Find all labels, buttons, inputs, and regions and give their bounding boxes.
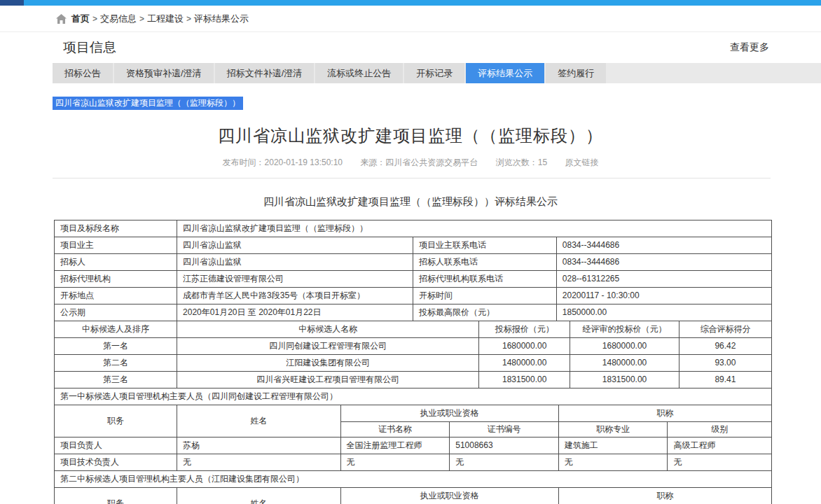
column-header: 证书编号 xyxy=(450,422,559,438)
cell: 投标最高限价（元） xyxy=(413,304,556,321)
cell: 028--61312265 xyxy=(556,271,771,288)
table-row: 项目及标段名称四川省凉山监狱改扩建项目监理（（监理标段）） xyxy=(55,220,772,237)
column-header: 中标候选人名称 xyxy=(177,321,479,338)
cell: 公示期 xyxy=(55,304,177,321)
cell: 苏杨 xyxy=(177,438,340,454)
cell: 招标人联系电话 xyxy=(413,254,556,271)
top-accent-bar xyxy=(0,0,821,6)
column-header: 职务 xyxy=(55,405,177,438)
breadcrumb-item-4: 评标结果公示 xyxy=(194,13,249,25)
tab-5[interactable]: 开标记录 xyxy=(404,63,464,83)
cell: 1850000.00 xyxy=(556,304,771,321)
cell: 四川省凉山监狱改扩建项目监理（（监理标段）） xyxy=(177,220,772,237)
cell: 51008663 xyxy=(450,438,559,454)
cell: 招标代理机构 xyxy=(55,271,177,288)
column-header: 职称专业 xyxy=(558,422,668,438)
cell: 第三名 xyxy=(55,372,177,388)
column-header: 职务 xyxy=(55,488,177,504)
view-count: 浏览次数：15 xyxy=(496,158,547,167)
cell: 项目负责人 xyxy=(55,438,177,454)
table-row: 第三名四川省兴旺建设工程项目管理有限公司1831500.001831500.00… xyxy=(55,372,772,388)
cell: 89.41 xyxy=(679,372,771,388)
breadcrumb: 首页>交易信息>工程建设>评标结果公示 xyxy=(0,6,821,31)
tab-2[interactable]: 资格预审补遗/澄清 xyxy=(114,63,214,83)
table-row: 招标代理机构江苏正德建设管理有限公司招标代理机构联系电话028--6131226… xyxy=(55,271,772,288)
table-row: 职务姓名执业或职业资格职称 xyxy=(55,405,772,422)
cell: 无 xyxy=(668,454,772,471)
view-more-link[interactable]: 查看更多 xyxy=(730,41,769,54)
tab-4[interactable]: 流标或终止公告 xyxy=(315,63,403,83)
column-header: 职称 xyxy=(558,405,771,422)
cell: 项目业主联系电话 xyxy=(413,237,556,254)
table-row: 项目技术负责人无无无无无 xyxy=(55,454,772,471)
document-title: 四川省凉山监狱改扩建项目监理（（监理标段））评标结果公示 xyxy=(0,195,821,209)
cell: 高级工程师 xyxy=(668,438,772,454)
cell: 1831500.00 xyxy=(479,372,570,388)
tab-7[interactable]: 签约履行 xyxy=(546,63,606,83)
cell: 0834--3444686 xyxy=(556,237,771,254)
cell: 成都市青羊区人民中路3段35号（本项目开标室） xyxy=(177,288,413,304)
page-header: 项目信息 查看更多 xyxy=(0,31,821,63)
cell: 开标时间 xyxy=(413,288,556,304)
table-row: 第一中标候选人项目管理机构主要人员（四川同创建设工程管理有限公司） xyxy=(55,388,772,405)
breadcrumb-items: 首页>交易信息>工程建设>评标结果公示 xyxy=(71,13,249,25)
table-row: 第二名江阳建设集团有限公司1480000.001480000.0093.00 xyxy=(55,355,772,372)
table-row: 项目负责人苏杨全国注册监理工程师51008663建筑施工高级工程师 xyxy=(55,438,772,454)
tab-3[interactable]: 招标文件补遗/澄清 xyxy=(215,63,315,83)
tab-bar: 招标公告资格预审补遗/澄清招标文件补遗/澄清流标或终止公告开标记录评标结果公示签… xyxy=(53,63,821,83)
project-info-table: 项目及标段名称四川省凉山监狱改扩建项目监理（（监理标段））项目业主四川省凉山监狱… xyxy=(54,220,772,321)
top-accent-corner xyxy=(0,0,24,6)
table-row: 第二中标候选人项目管理机构主要人员（江阳建设集团有限公司） xyxy=(55,471,772,488)
table-row: 项目业主四川省凉山监狱项目业主联系电话0834--3444686 xyxy=(55,237,772,254)
cell: 无 xyxy=(340,454,450,471)
tab-6-active[interactable]: 评标结果公示 xyxy=(466,63,544,83)
divider xyxy=(53,178,771,178)
source: 来源：四川省公共资源交易平台 xyxy=(360,158,478,167)
project-link-highlighted[interactable]: 四川省凉山监狱改扩建项目监理（（监理标段）） xyxy=(53,97,243,110)
cell: 0834--3444686 xyxy=(556,254,771,271)
cell: 四川省兴旺建设工程项目管理有限公司 xyxy=(177,372,479,388)
home-icon[interactable] xyxy=(56,14,67,24)
cell: 项目及标段名称 xyxy=(55,220,177,237)
column-header: 经评审的投标价（元） xyxy=(570,321,679,338)
cell: 1831500.00 xyxy=(570,372,679,388)
personnel-table: 第一中标候选人项目管理机构主要人员（四川同创建设工程管理有限公司）职务姓名执业或… xyxy=(54,388,772,504)
table-row: 招标人四川省凉山监狱招标人联系电话0834--3444686 xyxy=(55,254,772,271)
cell: 开标地点 xyxy=(55,288,177,304)
table-row: 职务姓名执业或职业资格职称 xyxy=(55,488,772,504)
article-title: 四川省凉山监狱改扩建项目监理（（监理标段）） xyxy=(0,125,821,147)
bid-candidates-table: 中标候选人及排序中标候选人名称投标报价（元）经评审的投标价（元）综合评标得分第一… xyxy=(54,321,772,388)
table-row: 开标地点成都市青羊区人民中路3段35号（本项目开标室）开标时间20200117 … xyxy=(55,288,772,304)
article-meta: 发布时间：2020-01-19 13:50:10 来源：四川省公共资源交易平台 … xyxy=(0,157,821,169)
breadcrumb-separator: > xyxy=(139,14,144,24)
breadcrumb-item-2[interactable]: 交易信息 xyxy=(100,13,137,25)
table-row: 中标候选人及排序中标候选人名称投标报价（元）经评审的投标价（元）综合评标得分 xyxy=(55,321,772,338)
cell: 四川省凉山监狱 xyxy=(177,237,413,254)
cell: 江苏正德建设管理有限公司 xyxy=(177,271,413,288)
breadcrumb-item-3[interactable]: 工程建设 xyxy=(147,13,184,25)
original-link[interactable]: 原文链接 xyxy=(565,158,598,167)
column-header: 证书名称 xyxy=(340,422,450,438)
column-header: 级别 xyxy=(668,422,772,438)
breadcrumb-item-1[interactable]: 首页 xyxy=(71,13,90,25)
result-tables: 项目及标段名称四川省凉山监狱改扩建项目监理（（监理标段））项目业主四川省凉山监狱… xyxy=(54,220,772,504)
column-header: 执业或职业资格 xyxy=(340,405,558,422)
column-header: 中标候选人及排序 xyxy=(55,321,177,338)
selected-link-row: 四川省凉山监狱改扩建项目监理（（监理标段）） xyxy=(53,96,821,109)
cell: 1480000.00 xyxy=(570,355,679,372)
column-header: 综合评标得分 xyxy=(679,321,771,338)
cell: 1480000.00 xyxy=(479,355,570,372)
tab-1[interactable]: 招标公告 xyxy=(53,63,113,83)
cell: 无 xyxy=(558,454,668,471)
cell: 无 xyxy=(450,454,559,471)
cell: 江阳建设集团有限公司 xyxy=(177,355,479,372)
cell: 四川同创建设工程管理有限公司 xyxy=(177,338,479,355)
page-title: 项目信息 xyxy=(63,38,116,57)
cell: 20200117 - 10:30:00 xyxy=(556,288,771,304)
section-title: 第一中标候选人项目管理机构主要人员（四川同创建设工程管理有限公司） xyxy=(55,388,772,405)
breadcrumb-separator: > xyxy=(92,14,97,24)
publish-time: 发布时间：2020-01-19 13:50:10 xyxy=(223,158,343,167)
cell: 项目技术负责人 xyxy=(55,454,177,471)
column-header: 执业或职业资格 xyxy=(340,488,558,504)
cell: 1680000.00 xyxy=(570,338,679,355)
